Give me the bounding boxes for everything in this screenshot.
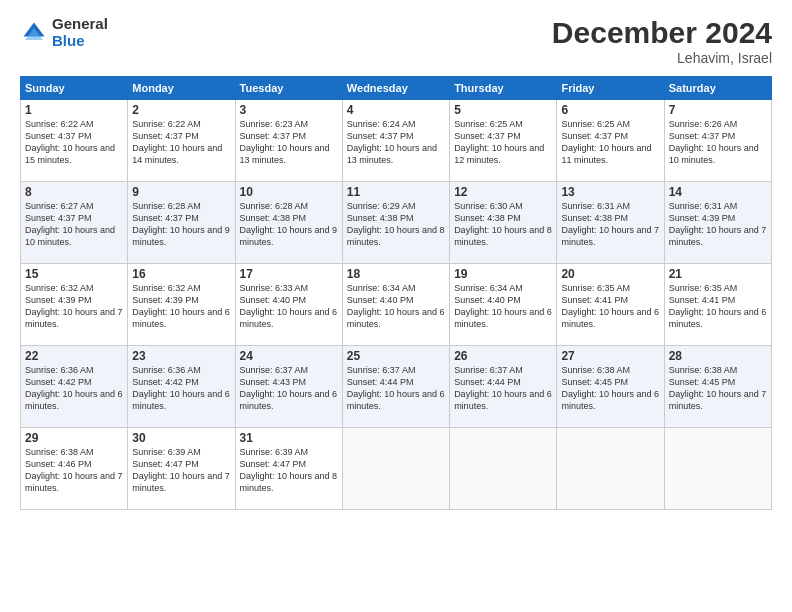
col-header-thursday: Thursday (450, 77, 557, 100)
logo: General Blue (20, 16, 108, 49)
calendar-cell: 4Sunrise: 6:24 AMSunset: 4:37 PMDaylight… (342, 100, 449, 182)
day-number: 29 (25, 431, 123, 445)
calendar-cell: 8Sunrise: 6:27 AMSunset: 4:37 PMDaylight… (21, 182, 128, 264)
day-info: Sunrise: 6:26 AMSunset: 4:37 PMDaylight:… (669, 118, 767, 167)
day-info: Sunrise: 6:39 AMSunset: 4:47 PMDaylight:… (132, 446, 230, 495)
calendar-cell: 3Sunrise: 6:23 AMSunset: 4:37 PMDaylight… (235, 100, 342, 182)
day-info: Sunrise: 6:35 AMSunset: 4:41 PMDaylight:… (669, 282, 767, 331)
calendar-cell: 27Sunrise: 6:38 AMSunset: 4:45 PMDayligh… (557, 346, 664, 428)
day-number: 28 (669, 349, 767, 363)
day-info: Sunrise: 6:31 AMSunset: 4:39 PMDaylight:… (669, 200, 767, 249)
calendar-cell: 14Sunrise: 6:31 AMSunset: 4:39 PMDayligh… (664, 182, 771, 264)
calendar-cell: 25Sunrise: 6:37 AMSunset: 4:44 PMDayligh… (342, 346, 449, 428)
logo-icon (20, 19, 48, 47)
day-number: 13 (561, 185, 659, 199)
title-block: December 2024 Lehavim, Israel (552, 16, 772, 66)
day-info: Sunrise: 6:25 AMSunset: 4:37 PMDaylight:… (454, 118, 552, 167)
calendar-cell: 19Sunrise: 6:34 AMSunset: 4:40 PMDayligh… (450, 264, 557, 346)
day-info: Sunrise: 6:28 AMSunset: 4:37 PMDaylight:… (132, 200, 230, 249)
calendar-cell: 7Sunrise: 6:26 AMSunset: 4:37 PMDaylight… (664, 100, 771, 182)
day-info: Sunrise: 6:38 AMSunset: 4:45 PMDaylight:… (561, 364, 659, 413)
calendar-cell: 17Sunrise: 6:33 AMSunset: 4:40 PMDayligh… (235, 264, 342, 346)
calendar-cell: 30Sunrise: 6:39 AMSunset: 4:47 PMDayligh… (128, 428, 235, 510)
day-info: Sunrise: 6:30 AMSunset: 4:38 PMDaylight:… (454, 200, 552, 249)
location: Lehavim, Israel (552, 50, 772, 66)
day-info: Sunrise: 6:27 AMSunset: 4:37 PMDaylight:… (25, 200, 123, 249)
col-header-tuesday: Tuesday (235, 77, 342, 100)
calendar-cell: 29Sunrise: 6:38 AMSunset: 4:46 PMDayligh… (21, 428, 128, 510)
calendar-header-row: SundayMondayTuesdayWednesdayThursdayFrid… (21, 77, 772, 100)
day-info: Sunrise: 6:34 AMSunset: 4:40 PMDaylight:… (454, 282, 552, 331)
day-info: Sunrise: 6:38 AMSunset: 4:45 PMDaylight:… (669, 364, 767, 413)
day-number: 15 (25, 267, 123, 281)
day-info: Sunrise: 6:25 AMSunset: 4:37 PMDaylight:… (561, 118, 659, 167)
calendar-cell: 15Sunrise: 6:32 AMSunset: 4:39 PMDayligh… (21, 264, 128, 346)
day-number: 19 (454, 267, 552, 281)
calendar-cell: 1Sunrise: 6:22 AMSunset: 4:37 PMDaylight… (21, 100, 128, 182)
day-number: 6 (561, 103, 659, 117)
month-title: December 2024 (552, 16, 772, 50)
calendar-cell: 11Sunrise: 6:29 AMSunset: 4:38 PMDayligh… (342, 182, 449, 264)
day-number: 31 (240, 431, 338, 445)
day-number: 20 (561, 267, 659, 281)
day-number: 9 (132, 185, 230, 199)
day-number: 24 (240, 349, 338, 363)
calendar-cell (664, 428, 771, 510)
day-info: Sunrise: 6:37 AMSunset: 4:44 PMDaylight:… (347, 364, 445, 413)
day-number: 11 (347, 185, 445, 199)
day-number: 4 (347, 103, 445, 117)
day-number: 10 (240, 185, 338, 199)
day-number: 12 (454, 185, 552, 199)
day-number: 30 (132, 431, 230, 445)
day-number: 8 (25, 185, 123, 199)
day-info: Sunrise: 6:39 AMSunset: 4:47 PMDaylight:… (240, 446, 338, 495)
header: General Blue December 2024 Lehavim, Isra… (20, 16, 772, 66)
calendar-cell (342, 428, 449, 510)
calendar-cell: 22Sunrise: 6:36 AMSunset: 4:42 PMDayligh… (21, 346, 128, 428)
calendar-cell: 2Sunrise: 6:22 AMSunset: 4:37 PMDaylight… (128, 100, 235, 182)
day-info: Sunrise: 6:24 AMSunset: 4:37 PMDaylight:… (347, 118, 445, 167)
day-info: Sunrise: 6:38 AMSunset: 4:46 PMDaylight:… (25, 446, 123, 495)
day-number: 7 (669, 103, 767, 117)
calendar-cell: 13Sunrise: 6:31 AMSunset: 4:38 PMDayligh… (557, 182, 664, 264)
calendar-cell: 12Sunrise: 6:30 AMSunset: 4:38 PMDayligh… (450, 182, 557, 264)
day-number: 16 (132, 267, 230, 281)
day-number: 5 (454, 103, 552, 117)
day-info: Sunrise: 6:32 AMSunset: 4:39 PMDaylight:… (132, 282, 230, 331)
calendar-cell (557, 428, 664, 510)
calendar-cell: 26Sunrise: 6:37 AMSunset: 4:44 PMDayligh… (450, 346, 557, 428)
calendar-cell: 23Sunrise: 6:36 AMSunset: 4:42 PMDayligh… (128, 346, 235, 428)
col-header-saturday: Saturday (664, 77, 771, 100)
col-header-wednesday: Wednesday (342, 77, 449, 100)
calendar-cell: 10Sunrise: 6:28 AMSunset: 4:38 PMDayligh… (235, 182, 342, 264)
day-info: Sunrise: 6:37 AMSunset: 4:44 PMDaylight:… (454, 364, 552, 413)
calendar-cell: 28Sunrise: 6:38 AMSunset: 4:45 PMDayligh… (664, 346, 771, 428)
day-info: Sunrise: 6:34 AMSunset: 4:40 PMDaylight:… (347, 282, 445, 331)
logo-blue: Blue (52, 33, 108, 50)
calendar-week-3: 15Sunrise: 6:32 AMSunset: 4:39 PMDayligh… (21, 264, 772, 346)
day-info: Sunrise: 6:22 AMSunset: 4:37 PMDaylight:… (25, 118, 123, 167)
calendar-cell: 5Sunrise: 6:25 AMSunset: 4:37 PMDaylight… (450, 100, 557, 182)
col-header-friday: Friday (557, 77, 664, 100)
day-info: Sunrise: 6:29 AMSunset: 4:38 PMDaylight:… (347, 200, 445, 249)
calendar-cell (450, 428, 557, 510)
day-info: Sunrise: 6:31 AMSunset: 4:38 PMDaylight:… (561, 200, 659, 249)
calendar-cell: 16Sunrise: 6:32 AMSunset: 4:39 PMDayligh… (128, 264, 235, 346)
day-info: Sunrise: 6:22 AMSunset: 4:37 PMDaylight:… (132, 118, 230, 167)
calendar-table: SundayMondayTuesdayWednesdayThursdayFrid… (20, 76, 772, 510)
calendar-week-5: 29Sunrise: 6:38 AMSunset: 4:46 PMDayligh… (21, 428, 772, 510)
logo-general: General (52, 16, 108, 33)
day-number: 3 (240, 103, 338, 117)
calendar-cell: 6Sunrise: 6:25 AMSunset: 4:37 PMDaylight… (557, 100, 664, 182)
day-info: Sunrise: 6:35 AMSunset: 4:41 PMDaylight:… (561, 282, 659, 331)
day-number: 17 (240, 267, 338, 281)
day-info: Sunrise: 6:32 AMSunset: 4:39 PMDaylight:… (25, 282, 123, 331)
calendar-week-2: 8Sunrise: 6:27 AMSunset: 4:37 PMDaylight… (21, 182, 772, 264)
day-number: 14 (669, 185, 767, 199)
day-info: Sunrise: 6:37 AMSunset: 4:43 PMDaylight:… (240, 364, 338, 413)
day-info: Sunrise: 6:23 AMSunset: 4:37 PMDaylight:… (240, 118, 338, 167)
day-number: 21 (669, 267, 767, 281)
day-number: 22 (25, 349, 123, 363)
calendar-cell: 31Sunrise: 6:39 AMSunset: 4:47 PMDayligh… (235, 428, 342, 510)
page: General Blue December 2024 Lehavim, Isra… (0, 0, 792, 612)
